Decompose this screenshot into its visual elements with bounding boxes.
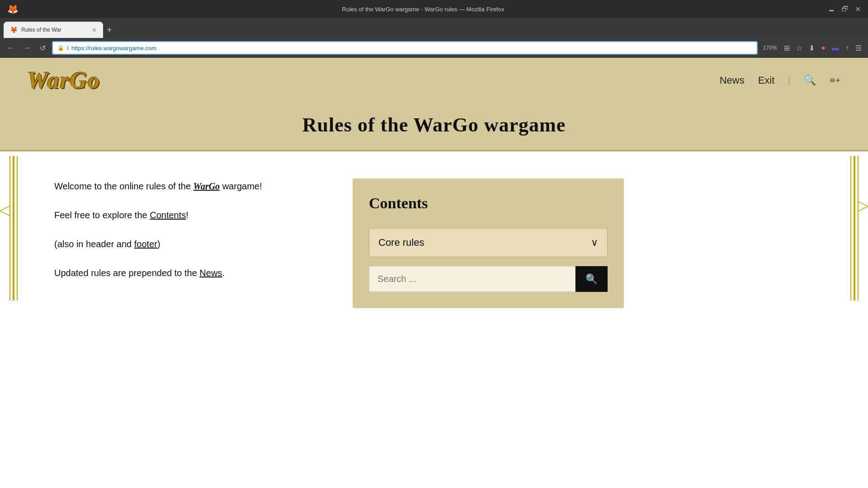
news-link[interactable]: News <box>199 268 222 278</box>
deco-rline-1 <box>850 156 851 300</box>
back-btn[interactable]: ← <box>5 42 17 54</box>
menu-btn[interactable]: ☰ <box>854 42 863 54</box>
nav-news[interactable]: News <box>720 75 745 86</box>
extension-icon[interactable]: ↑ <box>844 42 851 54</box>
download-icon[interactable]: ⬇ <box>807 42 816 54</box>
browser-toolbar: ← → ↺ 🔒 ℹ https://rules.wargowargame.com… <box>0 38 868 58</box>
main-content: Welcome to the online rules of the WarGo… <box>27 151 841 422</box>
browser-title-bar: 🦊 Rules of the WarGo wargame - WarGo rul… <box>0 0 868 18</box>
site-logo[interactable]: WarGo <box>27 67 100 94</box>
nav-exit[interactable]: Exit <box>758 75 775 86</box>
nav-area: News Exit | 🔍 ≡+ <box>720 74 841 86</box>
article-text: Welcome to the online rules of the WarGo… <box>54 178 326 404</box>
toolbar-icons: ⊞ ☆ ⬇ ● ▬ ↑ ☰ <box>782 42 863 54</box>
nav-divider: | <box>788 74 790 86</box>
site-header: WarGo News Exit | 🔍 ≡+ <box>0 58 868 103</box>
left-lines <box>9 156 18 300</box>
minimize-btn[interactable]: 🗕 <box>828 5 835 14</box>
reload-btn[interactable]: ↺ <box>37 42 48 54</box>
address-bar[interactable]: 🔒 ℹ https://rules.wargowargame.com <box>52 41 758 55</box>
left-decoration: ◁ <box>0 151 27 422</box>
contents-link[interactable]: Contents <box>150 210 186 220</box>
firefox-icon: 🦊 <box>7 4 19 14</box>
core-rules-label: Core rules <box>378 237 424 249</box>
search-icon[interactable]: 🔍 <box>804 75 816 86</box>
tab-favicon: 🦊 <box>10 26 18 33</box>
lock-icon: 🔒 <box>57 45 64 52</box>
zoom-level: 170% <box>763 45 777 51</box>
right-chevron-icon: ▷ <box>858 197 868 214</box>
info-icon: ℹ <box>67 45 69 51</box>
contents-box-title: Contents <box>369 195 608 212</box>
contents-paragraph: Feel free to explore the Contents! <box>54 207 326 223</box>
content-wrapper: ◁ Welcome to the online rules of the War… <box>0 151 868 422</box>
reader-view-icon[interactable]: ⊞ <box>782 42 792 54</box>
extension-icon-red[interactable]: ● <box>819 42 827 54</box>
footer-paragraph: (also in header and footer) <box>54 236 326 252</box>
footer-link[interactable]: footer <box>134 239 157 249</box>
forward-btn[interactable]: → <box>21 42 33 54</box>
bookmark-icon[interactable]: ☆ <box>794 42 804 54</box>
core-rules-item[interactable]: Core rules ∨ <box>369 228 608 257</box>
browser-title: Rules of the WarGo wargame - WarGo rules… <box>19 6 828 13</box>
url-display[interactable]: https://rules.wargowargame.com <box>71 45 752 52</box>
maximize-btn[interactable]: 🗗 <box>841 5 849 14</box>
deco-rline-3 <box>858 156 859 300</box>
right-decoration: ▷ <box>841 151 868 422</box>
sidebar: Contents Core rules ∨ 🔍 <box>353 178 624 404</box>
extension-icon-blue[interactable]: ▬ <box>830 42 841 54</box>
search-input[interactable] <box>369 266 576 292</box>
search-button[interactable]: 🔍 <box>576 266 608 292</box>
page-title: Rules of the WarGo wargame <box>0 113 868 136</box>
close-btn[interactable]: ✕ <box>855 5 861 14</box>
intro-paragraph: Welcome to the online rules of the WarGo… <box>54 178 326 194</box>
tab-close-btn[interactable]: ✕ <box>92 27 97 33</box>
news-paragraph: Updated rules are prepended to the News. <box>54 265 326 281</box>
menu-icon[interactable]: ≡+ <box>830 75 841 86</box>
active-tab[interactable]: 🦊 Rules of the War ✕ <box>4 22 103 38</box>
search-row: 🔍 <box>369 266 608 292</box>
wargo-brand-link[interactable]: WarGo <box>193 181 220 191</box>
window-controls[interactable]: 🗕 🗗 ✕ <box>828 5 861 14</box>
tab-title: Rules of the War <box>21 27 88 33</box>
deco-rline-2 <box>854 156 855 300</box>
deco-line-1 <box>9 156 10 300</box>
deco-line-3 <box>17 156 18 300</box>
left-chevron-icon: ◁ <box>0 201 10 218</box>
new-tab-btn[interactable]: + <box>107 22 112 38</box>
deco-line-2 <box>13 156 14 300</box>
right-lines <box>850 156 859 300</box>
core-rules-chevron: ∨ <box>591 237 598 249</box>
browser-tabs: 🦊 Rules of the War ✕ + <box>0 18 868 38</box>
logo-area: WarGo <box>27 67 100 94</box>
contents-box: Contents Core rules ∨ 🔍 <box>353 178 624 308</box>
page-title-section: Rules of the WarGo wargame <box>0 103 868 151</box>
